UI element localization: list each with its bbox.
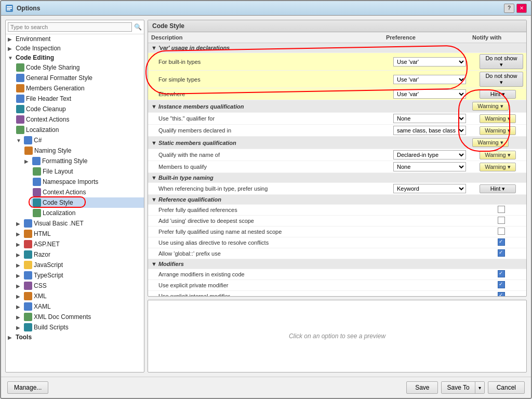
sidebar-item-context-actions-cs[interactable]: Context Actions xyxy=(31,187,144,197)
notify-button[interactable]: Do not show ▾ xyxy=(480,72,523,87)
sidebar-item-build-scripts[interactable]: ▶ Build Scripts xyxy=(14,322,144,332)
row-label: Use using alias directive to resolve con… xyxy=(148,237,383,248)
sidebar-item-code-editing[interactable]: ▼ Code Editing xyxy=(6,53,144,62)
notify-button[interactable]: Warning ▾ xyxy=(472,138,509,147)
sidebar-item-localization-cs[interactable]: Localization xyxy=(31,208,144,218)
sidebar-item-code-cleanup[interactable]: Code Cleanup xyxy=(14,104,144,114)
table-row: When referencing built-in type, prefer u… xyxy=(148,183,526,195)
checkbox[interactable] xyxy=(498,206,505,213)
expand-arrow: ▶ xyxy=(8,46,14,51)
preference-select[interactable]: Keyword xyxy=(393,184,466,193)
cancel-button[interactable]: Cancel xyxy=(488,381,525,394)
table-row: Members to qualify None Warning ▾ xyxy=(148,161,526,173)
checkbox[interactable] xyxy=(498,281,505,288)
sidebar-item-members-gen[interactable]: Members Generation xyxy=(14,83,144,94)
notify-button[interactable]: Hint ▾ xyxy=(480,184,516,193)
preview-text: Click on an option to see a preview xyxy=(289,332,385,340)
close-button[interactable]: ✕ xyxy=(516,4,527,13)
sidebar-item-typescript[interactable]: ▶ TypeScript xyxy=(14,270,144,281)
table-row: Use explicit internal modifier xyxy=(148,291,526,297)
sidebar-item-code-style-sharing[interactable]: Code Style Sharing xyxy=(14,62,144,73)
save-to-dropdown-button[interactable]: ▾ xyxy=(475,382,484,393)
row-preference xyxy=(383,227,469,237)
sidebar-item-xml-doc-comments[interactable]: ▶ XML Doc Comments xyxy=(14,312,144,322)
sidebar-item-file-header[interactable]: File Header Text xyxy=(14,94,144,104)
row-label: For built-in types xyxy=(148,53,383,71)
sidebar-item-localization[interactable]: Localization xyxy=(14,125,144,135)
sidebar-item-environment[interactable]: ▶ Environment xyxy=(6,34,144,44)
sidebar-item-csharp[interactable]: ▼ C# xyxy=(14,135,144,145)
checkbox[interactable] xyxy=(498,238,505,246)
window-title: Options xyxy=(17,5,504,12)
sidebar-item-code-inspection[interactable]: ▶ Code Inspection xyxy=(6,44,144,53)
members-gen-icon xyxy=(16,84,24,92)
save-to-button[interactable]: Save To xyxy=(442,382,475,393)
sidebar-item-xaml[interactable]: ▶ XAML xyxy=(14,301,144,312)
row-preference: same class, base class xyxy=(383,125,469,137)
title-bar-buttons: ? ✕ xyxy=(504,4,527,13)
notify-button[interactable]: Hint ▾ xyxy=(480,90,516,99)
row-label: When referencing built-in type, prefer u… xyxy=(148,183,383,195)
search-icon: 🔍 xyxy=(134,23,142,31)
table-row: For built-in types Use 'var' Do not show… xyxy=(148,53,526,71)
preference-select[interactable]: Declared-in type xyxy=(393,150,466,159)
col-notify: Notify with xyxy=(469,32,526,43)
notify-button[interactable]: Warning ▾ xyxy=(480,163,516,171)
preference-select[interactable]: Use 'var' xyxy=(393,57,466,66)
checkbox[interactable] xyxy=(498,292,505,296)
sidebar-item-namespace-imports[interactable]: Namespace Imports xyxy=(31,177,144,187)
sidebar-item-css[interactable]: ▶ CSS xyxy=(14,281,144,291)
expand-arrow: ▶ xyxy=(16,221,22,227)
sidebar-item-tools[interactable]: ▶ Tools xyxy=(6,332,144,342)
preference-select[interactable]: Use 'var' xyxy=(393,89,466,99)
row-preference xyxy=(383,269,469,280)
preference-select[interactable]: same class, base class xyxy=(393,126,466,135)
expand-arrow: ▶ xyxy=(16,294,22,299)
section-notify: Warning ▾ xyxy=(469,137,526,149)
checkbox[interactable] xyxy=(498,249,505,257)
formatting-style-icon xyxy=(32,157,41,165)
search-input[interactable] xyxy=(8,22,132,32)
notify-button[interactable]: Do not show ▾ xyxy=(480,54,523,69)
svg-rect-1 xyxy=(7,6,12,7)
notify-button[interactable]: Warning ▾ xyxy=(480,151,516,159)
sidebar-item-formatting-style[interactable]: ▶ Formatting Style xyxy=(22,156,144,166)
notify-button[interactable]: Warning ▾ xyxy=(480,114,516,123)
row-notify: Warning ▾ xyxy=(469,149,526,161)
section-pref xyxy=(383,100,469,113)
sidebar-item-javascript[interactable]: ▶ JavaScript xyxy=(14,260,144,270)
file-header-icon xyxy=(16,95,24,103)
sidebar-item-general-formatter[interactable]: General Formatter Style xyxy=(14,73,144,83)
xaml-icon xyxy=(24,302,32,311)
save-button[interactable]: Save xyxy=(406,381,438,394)
naming-style-icon xyxy=(24,147,33,155)
sidebar-item-naming-style[interactable]: Naming Style xyxy=(22,145,144,156)
notify-button[interactable]: Warning ▾ xyxy=(480,126,516,135)
sidebar-item-vb-net[interactable]: ▶ Visual Basic .NET xyxy=(14,218,144,229)
table-row: Allow 'global::' prefix use xyxy=(148,248,526,259)
checkbox[interactable] xyxy=(498,270,505,277)
preference-select[interactable]: None xyxy=(393,114,466,123)
help-button[interactable]: ? xyxy=(504,4,514,13)
sidebar-item-html[interactable]: ▶ HTML xyxy=(14,229,144,239)
preference-select[interactable]: None xyxy=(393,162,466,171)
table-container[interactable]: Description Preference Notify with ▼ 'va… xyxy=(148,32,526,296)
sidebar-item-code-style[interactable]: Code Style xyxy=(31,197,144,208)
notify-button[interactable]: Warning ▾ xyxy=(472,102,509,111)
sidebar-item-context-actions[interactable]: Context Actions xyxy=(14,114,144,125)
row-notify: Hint ▾ xyxy=(469,88,526,100)
row-label: Use explicit private modifier xyxy=(148,280,383,291)
checkbox[interactable] xyxy=(498,217,505,224)
sidebar-item-razor[interactable]: ▶ Razor xyxy=(14,249,144,260)
main-area: 🔍 ▶ Environment ▶ Code Inspection xyxy=(1,16,531,377)
sidebar-item-xml[interactable]: ▶ XML xyxy=(14,291,144,301)
preference-select[interactable]: Use 'var' xyxy=(393,75,466,84)
checkbox[interactable] xyxy=(498,228,505,235)
svg-rect-3 xyxy=(7,9,10,10)
options-window: Options ? ✕ 🔍 ▶ Environment xyxy=(0,0,532,399)
sidebar-item-file-layout[interactable]: File Layout xyxy=(31,166,144,177)
manage-button[interactable]: Manage... xyxy=(7,381,48,394)
sidebar-item-asp-net[interactable]: ▶ ASP.NET xyxy=(14,239,144,249)
expand-arrow: ▶ xyxy=(16,252,22,258)
localization-icon xyxy=(16,126,24,134)
